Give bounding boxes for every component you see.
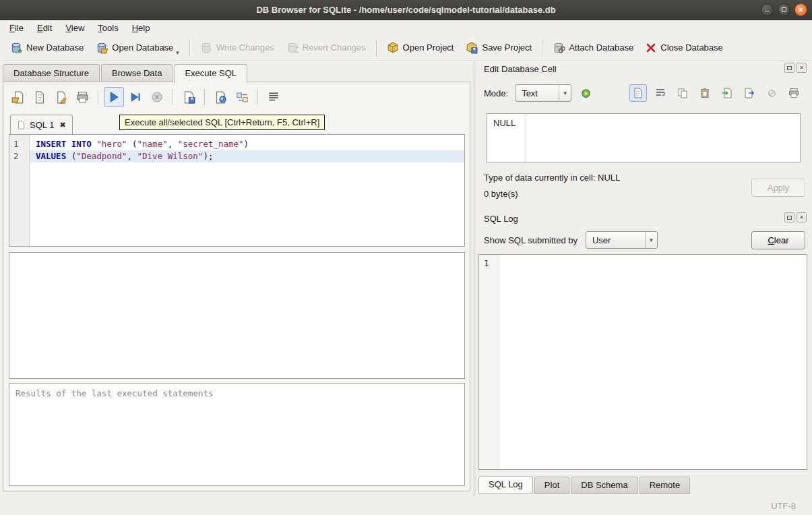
cell-value: NULL (493, 118, 516, 128)
workspace: Database Structure Browse Data Execute S… (0, 61, 812, 497)
sql-line-1: INSERT INTO "hero" ("name", "secret_name… (30, 138, 464, 150)
sql-editor-tab[interactable]: SQL 1 ✖ (10, 115, 73, 134)
mode-combobox[interactable]: Text ▾ (515, 84, 571, 102)
save-sql-file-as-icon (55, 91, 67, 104)
text-view-button[interactable] (629, 84, 647, 102)
menu-help[interactable]: Help (125, 22, 157, 34)
sql-code-area[interactable]: INSERT INTO "hero" ("name", "secret_name… (30, 135, 464, 246)
execute-all-button[interactable] (104, 87, 124, 107)
word-wrap-button[interactable] (652, 84, 669, 102)
import-cell-data-button[interactable] (718, 84, 736, 102)
execute-current-line-button[interactable] (125, 87, 146, 107)
submitted-by-combobox[interactable]: User ▾ (586, 231, 658, 249)
close-database-icon (646, 42, 656, 53)
export-cell-data-button[interactable] (741, 84, 758, 102)
combo-arrow-icon: ▾ (559, 85, 571, 101)
import-icon (722, 88, 732, 98)
copy-cell-button[interactable] (674, 84, 691, 102)
cell-value-editor[interactable]: NULL (487, 113, 801, 162)
set-null-button[interactable] (763, 84, 780, 102)
window-title: DB Browser for SQLite - /home/user/code/… (0, 0, 812, 20)
combo-arrow-icon: ▾ (645, 232, 657, 248)
menu-edit[interactable]: Edit (30, 22, 59, 34)
main-tab-bar: Database Structure Browse Data Execute S… (3, 63, 249, 82)
dock-float-icon (787, 216, 792, 220)
tab-database-structure[interactable]: Database Structure (3, 64, 100, 82)
menu-file[interactable]: File (3, 22, 30, 34)
revert-changes-button[interactable]: Revert Changes (280, 37, 372, 59)
dock-float-button[interactable] (784, 63, 794, 73)
replace-icon (236, 91, 249, 104)
toolbar-separator (542, 40, 542, 56)
write-changes-button[interactable]: Write Changes (194, 37, 280, 59)
dock-tab-remote[interactable]: Remote (639, 477, 691, 494)
revert-changes-icon (286, 42, 299, 54)
apply-button[interactable]: Apply (751, 179, 805, 197)
dock-close-button[interactable]: ✕ (797, 212, 807, 222)
tab-execute-sql[interactable]: Execute SQL (174, 64, 247, 83)
attach-database-icon (553, 42, 565, 54)
left-panel: Database Structure Browse Data Execute S… (0, 61, 473, 497)
menu-tools[interactable]: Tools (91, 22, 125, 34)
attach-database-button[interactable]: Attach Database (546, 37, 639, 59)
log-line-number: 1 (484, 258, 489, 268)
sql-log-view[interactable]: 1 (478, 254, 807, 470)
execute-all-icon (108, 91, 120, 103)
word-wrap-icon (655, 88, 666, 98)
dock-close-button[interactable]: ✕ (797, 63, 807, 73)
mode-label: Mode: (484, 88, 508, 98)
line-number: 1 (9, 138, 29, 150)
dock-close-icon: ✕ (799, 214, 804, 220)
open-sql-file-button[interactable] (7, 87, 28, 107)
close-database-button[interactable]: Close Database (639, 37, 729, 59)
maximize-button[interactable] (778, 3, 790, 16)
titlebar: DB Browser for SQLite - /home/user/code/… (0, 0, 812, 20)
results-grid[interactable] (9, 252, 465, 379)
dock-float-button[interactable] (784, 212, 794, 222)
clear-log-button[interactable]: Clear (751, 231, 805, 249)
new-database-icon (10, 42, 22, 54)
dock-tab-bar: SQL Log Plot DB Schema Remote (478, 477, 691, 494)
save-project-button[interactable]: Save Project (460, 37, 538, 59)
open-project-button[interactable]: Open Project (381, 37, 460, 59)
filter-value: User (586, 235, 645, 245)
dock-tab-plot[interactable]: Plot (534, 477, 569, 494)
set-null-icon (767, 88, 777, 98)
cell-type-info: Type of data currently in cell: NULL (484, 173, 620, 183)
print-sql-button[interactable] (72, 87, 92, 107)
save-sql-file-button[interactable] (29, 87, 49, 107)
replace-button[interactable] (232, 87, 252, 107)
cell-editor-divider (526, 114, 526, 162)
stop-execution-button[interactable] (147, 87, 167, 107)
encoding-indicator: UTF-8 (771, 501, 796, 511)
tab-browse-data[interactable]: Browse Data (101, 64, 173, 82)
new-database-button[interactable]: New Database (4, 37, 90, 59)
main-toolbar: New Database Open Database ▾ Write Chang… (0, 35, 812, 61)
format-sql-button[interactable] (263, 87, 284, 107)
close-window-icon: × (799, 5, 803, 15)
results-message-pane[interactable]: Results of the last executed statements (9, 383, 465, 486)
sql-line-2: VALUES ("Deadpond", "Dive Wilson"); (30, 150, 464, 162)
save-sql-file-as-button[interactable] (51, 87, 71, 107)
edit-cell-dock-title: Edit Database Cell ✕ (476, 61, 812, 77)
open-database-button[interactable]: Open Database ▾ (90, 37, 185, 59)
save-results-button[interactable] (179, 87, 199, 107)
tab-close-icon[interactable]: ✖ (58, 121, 65, 129)
paste-icon (699, 88, 710, 98)
find-button[interactable] (210, 87, 230, 107)
dock-tab-sql-log[interactable]: SQL Log (478, 476, 533, 494)
menu-view[interactable]: View (59, 22, 91, 34)
close-button[interactable]: × (794, 3, 807, 16)
text-document-icon (633, 88, 644, 98)
format-sql-icon (268, 91, 280, 103)
save-sql-file-icon (33, 91, 46, 104)
minimize-button[interactable]: – (761, 3, 774, 16)
dock-tab-db-schema[interactable]: DB Schema (571, 477, 637, 494)
sql-editor[interactable]: 1 2 INSERT INTO "hero" ("name", "secret_… (9, 134, 465, 247)
maximize-icon (782, 7, 786, 12)
line-number: 2 (9, 150, 29, 162)
print-cell-button[interactable] (785, 84, 803, 102)
sql-log-dock-title: SQL Log ✕ (476, 210, 812, 226)
paste-cell-button[interactable] (696, 84, 714, 102)
open-in-external-button[interactable] (577, 84, 594, 102)
